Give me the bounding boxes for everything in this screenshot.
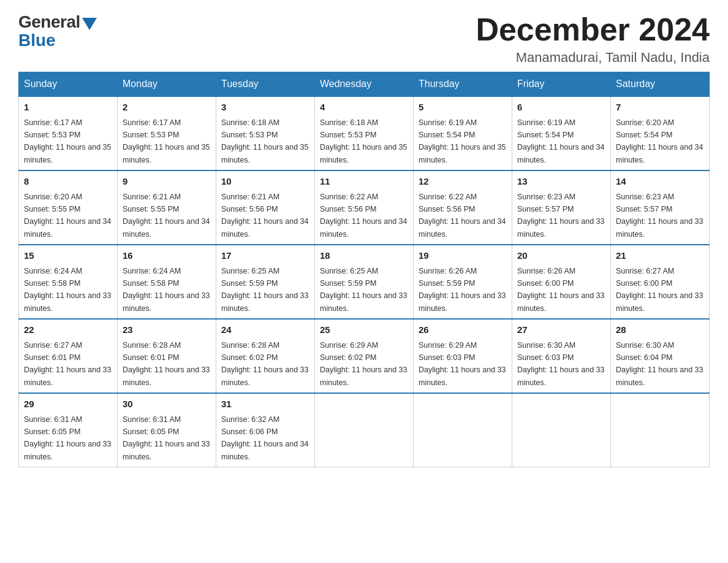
week-row-3: 15 Sunrise: 6:24 AMSunset: 5:58 PMDaylig… bbox=[19, 245, 710, 319]
day-number: 22 bbox=[24, 323, 112, 337]
day-number: 5 bbox=[419, 101, 507, 115]
calendar-header-thursday: Thursday bbox=[414, 72, 512, 97]
day-number: 28 bbox=[616, 323, 704, 337]
week-row-2: 8 Sunrise: 6:20 AMSunset: 5:55 PMDayligh… bbox=[19, 170, 710, 245]
calendar-cell: 17 Sunrise: 6:25 AMSunset: 5:59 PMDaylig… bbox=[216, 245, 315, 319]
calendar-cell: 6 Sunrise: 6:19 AMSunset: 5:54 PMDayligh… bbox=[512, 96, 611, 170]
week-row-4: 22 Sunrise: 6:27 AMSunset: 6:01 PMDaylig… bbox=[19, 319, 710, 393]
day-number: 8 bbox=[24, 175, 112, 189]
day-info: Sunrise: 6:21 AMSunset: 5:56 PMDaylight:… bbox=[221, 193, 308, 239]
day-info: Sunrise: 6:28 AMSunset: 6:02 PMDaylight:… bbox=[221, 341, 308, 387]
calendar-table: SundayMondayTuesdayWednesdayThursdayFrid… bbox=[18, 72, 710, 467]
day-number: 10 bbox=[221, 175, 309, 189]
calendar-cell: 8 Sunrise: 6:20 AMSunset: 5:55 PMDayligh… bbox=[19, 170, 118, 245]
logo-blue-text: Blue bbox=[18, 31, 56, 50]
calendar-cell: 27 Sunrise: 6:30 AMSunset: 6:03 PMDaylig… bbox=[512, 319, 611, 393]
day-info: Sunrise: 6:26 AMSunset: 6:00 PMDaylight:… bbox=[517, 267, 604, 313]
day-info: Sunrise: 6:18 AMSunset: 5:53 PMDaylight:… bbox=[221, 118, 308, 164]
day-info: Sunrise: 6:24 AMSunset: 5:58 PMDaylight:… bbox=[24, 267, 111, 313]
day-number: 17 bbox=[221, 249, 309, 263]
calendar-header-monday: Monday bbox=[118, 72, 216, 97]
day-info: Sunrise: 6:24 AMSunset: 5:58 PMDaylight:… bbox=[123, 267, 210, 313]
calendar-cell: 28 Sunrise: 6:30 AMSunset: 6:04 PMDaylig… bbox=[611, 319, 710, 393]
day-number: 9 bbox=[123, 175, 211, 189]
day-number: 2 bbox=[123, 101, 211, 115]
calendar-cell: 1 Sunrise: 6:17 AMSunset: 5:53 PMDayligh… bbox=[19, 96, 118, 170]
calendar-header-row: SundayMondayTuesdayWednesdayThursdayFrid… bbox=[19, 72, 710, 97]
calendar-cell: 3 Sunrise: 6:18 AMSunset: 5:53 PMDayligh… bbox=[216, 96, 315, 170]
calendar-cell: 20 Sunrise: 6:26 AMSunset: 6:00 PMDaylig… bbox=[512, 245, 611, 319]
title-section: December 2024 Manamadurai, Tamil Nadu, I… bbox=[476, 12, 710, 66]
day-number: 1 bbox=[24, 101, 112, 115]
day-number: 29 bbox=[24, 397, 112, 412]
day-info: Sunrise: 6:21 AMSunset: 5:55 PMDaylight:… bbox=[123, 193, 210, 239]
day-number: 25 bbox=[320, 323, 408, 337]
calendar-cell: 14 Sunrise: 6:23 AMSunset: 5:57 PMDaylig… bbox=[611, 170, 710, 245]
calendar-cell bbox=[512, 393, 611, 467]
day-number: 20 bbox=[517, 249, 605, 263]
logo-general-text: General bbox=[18, 12, 80, 32]
logo: General Blue bbox=[18, 12, 97, 50]
calendar-cell: 2 Sunrise: 6:17 AMSunset: 5:53 PMDayligh… bbox=[118, 96, 216, 170]
day-number: 14 bbox=[616, 175, 704, 189]
day-info: Sunrise: 6:19 AMSunset: 5:54 PMDaylight:… bbox=[517, 118, 604, 164]
day-info: Sunrise: 6:17 AMSunset: 5:53 PMDaylight:… bbox=[24, 118, 111, 164]
calendar-cell: 31 Sunrise: 6:32 AMSunset: 6:06 PMDaylig… bbox=[216, 393, 315, 467]
day-info: Sunrise: 6:23 AMSunset: 5:57 PMDaylight:… bbox=[517, 193, 604, 239]
calendar-cell: 29 Sunrise: 6:31 AMSunset: 6:05 PMDaylig… bbox=[19, 393, 118, 467]
day-info: Sunrise: 6:18 AMSunset: 5:53 PMDaylight:… bbox=[320, 118, 407, 164]
day-number: 12 bbox=[419, 175, 507, 189]
day-number: 18 bbox=[320, 249, 408, 263]
calendar-cell: 16 Sunrise: 6:24 AMSunset: 5:58 PMDaylig… bbox=[118, 245, 216, 319]
week-row-5: 29 Sunrise: 6:31 AMSunset: 6:05 PMDaylig… bbox=[19, 393, 710, 467]
calendar-cell: 12 Sunrise: 6:22 AMSunset: 5:56 PMDaylig… bbox=[414, 170, 512, 245]
day-number: 15 bbox=[24, 249, 112, 263]
calendar-cell bbox=[611, 393, 710, 467]
day-info: Sunrise: 6:20 AMSunset: 5:54 PMDaylight:… bbox=[616, 118, 703, 164]
day-number: 16 bbox=[123, 249, 211, 263]
day-number: 23 bbox=[123, 323, 211, 337]
day-number: 21 bbox=[616, 249, 704, 263]
day-number: 30 bbox=[123, 397, 211, 412]
day-info: Sunrise: 6:30 AMSunset: 6:04 PMDaylight:… bbox=[616, 341, 703, 387]
week-row-1: 1 Sunrise: 6:17 AMSunset: 5:53 PMDayligh… bbox=[19, 96, 710, 170]
calendar-header-saturday: Saturday bbox=[611, 72, 710, 97]
calendar-cell: 10 Sunrise: 6:21 AMSunset: 5:56 PMDaylig… bbox=[216, 170, 315, 245]
day-number: 3 bbox=[221, 101, 309, 115]
day-info: Sunrise: 6:29 AMSunset: 6:02 PMDaylight:… bbox=[320, 341, 407, 387]
calendar-cell: 22 Sunrise: 6:27 AMSunset: 6:01 PMDaylig… bbox=[19, 319, 118, 393]
calendar-cell: 4 Sunrise: 6:18 AMSunset: 5:53 PMDayligh… bbox=[315, 96, 414, 170]
calendar-cell: 11 Sunrise: 6:22 AMSunset: 5:56 PMDaylig… bbox=[315, 170, 414, 245]
day-info: Sunrise: 6:26 AMSunset: 5:59 PMDaylight:… bbox=[419, 267, 506, 313]
calendar-cell: 13 Sunrise: 6:23 AMSunset: 5:57 PMDaylig… bbox=[512, 170, 611, 245]
calendar-cell: 25 Sunrise: 6:29 AMSunset: 6:02 PMDaylig… bbox=[315, 319, 414, 393]
calendar-cell: 30 Sunrise: 6:31 AMSunset: 6:05 PMDaylig… bbox=[118, 393, 216, 467]
calendar-cell: 21 Sunrise: 6:27 AMSunset: 6:00 PMDaylig… bbox=[611, 245, 710, 319]
day-info: Sunrise: 6:23 AMSunset: 5:57 PMDaylight:… bbox=[616, 193, 703, 239]
calendar-header-tuesday: Tuesday bbox=[216, 72, 315, 97]
day-number: 24 bbox=[221, 323, 309, 337]
calendar-cell: 26 Sunrise: 6:29 AMSunset: 6:03 PMDaylig… bbox=[414, 319, 512, 393]
calendar-cell: 18 Sunrise: 6:25 AMSunset: 5:59 PMDaylig… bbox=[315, 245, 414, 319]
logo-triangle-icon bbox=[82, 18, 97, 30]
day-info: Sunrise: 6:22 AMSunset: 5:56 PMDaylight:… bbox=[320, 193, 407, 239]
calendar-header-sunday: Sunday bbox=[19, 72, 118, 97]
day-info: Sunrise: 6:30 AMSunset: 6:03 PMDaylight:… bbox=[517, 341, 604, 387]
day-info: Sunrise: 6:29 AMSunset: 6:03 PMDaylight:… bbox=[419, 341, 506, 387]
day-info: Sunrise: 6:28 AMSunset: 6:01 PMDaylight:… bbox=[123, 341, 210, 387]
calendar-cell: 19 Sunrise: 6:26 AMSunset: 5:59 PMDaylig… bbox=[414, 245, 512, 319]
day-info: Sunrise: 6:27 AMSunset: 6:01 PMDaylight:… bbox=[24, 341, 111, 387]
day-number: 31 bbox=[221, 397, 309, 412]
calendar-cell: 5 Sunrise: 6:19 AMSunset: 5:54 PMDayligh… bbox=[414, 96, 512, 170]
page-header: General Blue December 2024 Manamadurai, … bbox=[18, 12, 710, 66]
day-info: Sunrise: 6:19 AMSunset: 5:54 PMDaylight:… bbox=[419, 118, 506, 164]
calendar-cell: 23 Sunrise: 6:28 AMSunset: 6:01 PMDaylig… bbox=[118, 319, 216, 393]
day-info: Sunrise: 6:32 AMSunset: 6:06 PMDaylight:… bbox=[221, 415, 308, 461]
calendar-header-wednesday: Wednesday bbox=[315, 72, 414, 97]
day-number: 6 bbox=[517, 101, 605, 115]
day-info: Sunrise: 6:27 AMSunset: 6:00 PMDaylight:… bbox=[616, 267, 703, 313]
day-info: Sunrise: 6:31 AMSunset: 6:05 PMDaylight:… bbox=[123, 415, 210, 461]
calendar-cell: 9 Sunrise: 6:21 AMSunset: 5:55 PMDayligh… bbox=[118, 170, 216, 245]
day-info: Sunrise: 6:22 AMSunset: 5:56 PMDaylight:… bbox=[419, 193, 506, 239]
calendar-cell: 7 Sunrise: 6:20 AMSunset: 5:54 PMDayligh… bbox=[611, 96, 710, 170]
